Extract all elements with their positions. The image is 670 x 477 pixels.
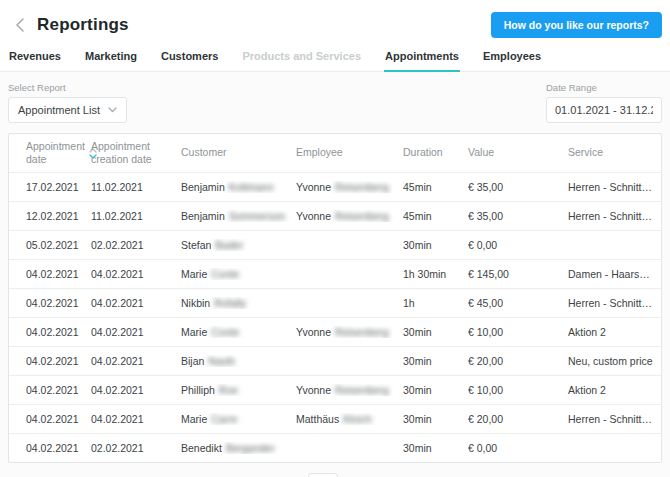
report-select[interactable]: Appointment List [8,97,127,123]
table-row: 04.02.2021 04.02.2021 MarieConte 1h 30mi… [9,259,661,288]
tab-appointments[interactable]: Appointments [384,44,460,72]
table-row: 04.02.2021 04.02.2021 MarieCarre Matthäu… [9,404,661,433]
date-range-input[interactable] [546,97,662,123]
cell-value: € 0,00 [468,239,568,251]
table-row: 05.02.2021 02.02.2021 StefanBader 30min … [9,230,661,259]
cell-employee: YvonneReisenberg [296,384,403,396]
cell-duration: 30min [403,442,468,454]
tab-employees[interactable]: Employees [482,44,542,72]
cell-service: Neu, custom price [568,355,661,367]
date-range-label: Date Range [546,82,662,93]
redacted-customer-surname: Bergander [226,442,275,454]
report-select-value: Appointment List [18,104,100,116]
cell-value: € 10,00 [468,384,568,396]
table-body: 17.02.2021 11.02.2021 BenjaminKottmann Y… [9,172,661,462]
column-header-creation-date[interactable]: Appointment creation date [91,136,181,170]
cell-service: Herren - Schnitt (... [568,413,661,425]
cell-customer: BenjaminKottmann [181,181,296,193]
table-row: 12.02.2021 11.02.2021 BenjaminSommerson … [9,201,661,230]
table-row: 04.02.2021 04.02.2021 PhilliphRoe Yvonne… [9,375,661,404]
cell-creation-date: 04.02.2021 [91,384,181,396]
select-report-label: Select Report [8,82,127,93]
cell-appointment-date: 17.02.2021 [26,181,91,193]
table-row: 04.02.2021 04.02.2021 MarieConte YvonneR… [9,317,661,346]
cell-duration: 45min [403,210,468,222]
app-header: Reportings How do you like our reports? [0,0,670,44]
cell-customer: StefanBader [181,239,296,251]
cell-duration: 30min [403,239,468,251]
chevron-down-icon [108,107,117,113]
back-icon[interactable] [10,16,28,34]
cell-value: € 10,00 [468,326,568,338]
redacted-customer-surname: Nasih [208,355,235,367]
cell-creation-date: 11.02.2021 [91,210,181,222]
pagination: / 6 [8,463,662,477]
cell-value: € 35,00 [468,181,568,193]
cell-creation-date: 04.02.2021 [91,413,181,425]
cell-value: € 0,00 [468,442,568,454]
cell-appointment-date: 04.02.2021 [26,326,91,338]
column-header-service[interactable]: Service [568,142,661,163]
report-controls: Select Report Appointment List Date Rang… [8,82,662,123]
cell-duration: 30min [403,326,468,338]
cell-appointment-date: 04.02.2021 [26,268,91,280]
cell-value: € 20,00 [468,355,568,367]
column-header-duration[interactable]: Duration [403,142,468,163]
cell-customer: MarieConte [181,326,296,338]
cell-duration: 45min [403,181,468,193]
cell-appointment-date: 04.02.2021 [26,355,91,367]
cell-value: € 35,00 [468,210,568,222]
cell-employee: MatthäusKloich [296,413,403,425]
table-row: 17.02.2021 11.02.2021 BenjaminKottmann Y… [9,172,661,201]
cell-service: Herren - Schnitt ... [568,297,661,309]
redacted-customer-surname: Roe [219,384,238,396]
cell-employee: YvonneReisenberg [296,181,403,193]
cell-customer: NikbinRofally [181,297,296,309]
tab-marketing[interactable]: Marketing [84,44,138,72]
cell-value: € 20,00 [468,413,568,425]
redacted-customer-surname: Conte [211,326,239,338]
cell-duration: 30min [403,355,468,367]
cell-appointment-date: 12.02.2021 [26,210,91,222]
tab-revenues[interactable]: Revenues [8,44,62,72]
cell-customer: PhilliphRoe [181,384,296,396]
cell-duration: 30min [403,384,468,396]
redacted-employee-surname: Reisenberg [335,210,389,222]
cell-customer: BenjaminSommerson [181,210,296,222]
column-header-customer[interactable]: Customer [181,142,296,163]
cell-appointment-date: 04.02.2021 [26,384,91,396]
redacted-employee-surname: Reisenberg [335,384,389,396]
cell-appointment-date: 04.02.2021 [26,413,91,425]
cell-duration: 1h 30min [403,268,468,280]
redacted-employee-surname: Reisenberg [335,326,389,338]
cell-service: Damen - Haarsch... [568,268,661,280]
cell-service: Herren - Schnitt (... [568,181,661,193]
redacted-customer-surname: Kottmann [229,181,274,193]
redacted-customer-surname: Carre [211,413,237,425]
cell-duration: 30min [403,413,468,425]
cell-service: Herren - Schnitt (... [568,210,661,222]
cell-customer: BenediktBergander [181,442,296,454]
cell-value: € 145,00 [468,268,568,280]
tab-customers[interactable]: Customers [160,44,219,72]
column-header-value[interactable]: Value [468,142,568,163]
page-number-input[interactable] [308,473,338,477]
column-header-employee[interactable]: Employee [296,142,403,163]
redacted-employee-surname: Kloich [343,413,372,425]
page-title: Reportings [37,15,129,35]
column-header-appointment-date[interactable]: Appointment date [26,136,91,170]
feedback-button[interactable]: How do you like our reports? [491,12,662,38]
redacted-customer-surname: Bader [215,239,243,251]
tab-products-and-services[interactable]: Products and Services [241,44,362,72]
cell-customer: MarieConte [181,268,296,280]
cell-duration: 1h [403,297,468,309]
redacted-customer-surname: Rofally [214,297,246,309]
tab-bar: Revenues Marketing Customers Products an… [0,44,670,72]
cell-appointment-date: 04.02.2021 [26,442,91,454]
cell-creation-date: 04.02.2021 [91,297,181,309]
cell-employee: YvonneReisenberg [296,210,403,222]
cell-creation-date: 02.02.2021 [91,239,181,251]
redacted-employee-surname: Reisenberg [335,181,389,193]
redacted-customer-surname: Conte [211,268,239,280]
cell-employee: YvonneReisenberg [296,326,403,338]
